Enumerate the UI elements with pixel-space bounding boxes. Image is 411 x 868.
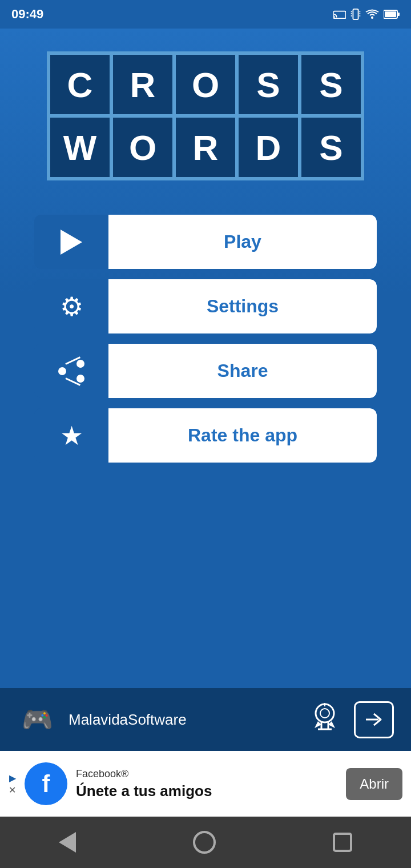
ad-text: Facebook® Únete a tus amigos: [76, 768, 337, 800]
facebook-logo: f: [25, 762, 67, 805]
menu-buttons: Play ⚙ Settings Share ★ R: [34, 215, 377, 463]
title-cell-r: R: [174, 116, 237, 179]
title-cell-r: R: [111, 53, 174, 116]
main-content: C R O S S W O R D S Play ⚙ Settings: [0, 29, 411, 688]
title-cell-s1: S: [237, 53, 300, 116]
bottom-bar-actions: [305, 701, 394, 738]
home-button[interactable]: [193, 831, 216, 854]
back-button[interactable]: [59, 832, 76, 853]
achievement-button[interactable]: [305, 701, 345, 738]
title-cell-c: C: [49, 53, 111, 116]
gear-icon: ⚙: [60, 291, 83, 322]
ad-brand: Facebook®: [76, 768, 337, 780]
wifi-icon: [365, 9, 379, 19]
rate-app-label: Rate the app: [108, 408, 377, 463]
title-cell-o1: O: [174, 53, 237, 116]
share-button[interactable]: Share: [34, 344, 377, 398]
login-icon: [364, 709, 384, 730]
ad-tagline: Únete a tus amigos: [76, 782, 337, 800]
svg-point-14: [320, 709, 329, 718]
star-icon: ★: [60, 420, 83, 451]
title-cell-d: D: [237, 116, 300, 179]
share-label: Share: [108, 344, 377, 398]
nav-bar: [0, 817, 411, 868]
svg-point-9: [371, 17, 373, 19]
settings-label: Settings: [108, 279, 377, 333]
status-icons: [333, 8, 400, 21]
facebook-letter: f: [42, 770, 50, 798]
ad-close-icon[interactable]: ✕: [9, 785, 16, 795]
ad-play-icon: ▶: [9, 773, 16, 783]
svg-point-13: [316, 704, 334, 722]
ad-banner: ▶ ✕ f Facebook® Únete a tus amigos Abrir: [0, 751, 411, 817]
cast-icon: [333, 9, 346, 19]
share-icon-bg: [34, 344, 108, 398]
title-cell-o2: O: [111, 116, 174, 179]
title-cell-s3: S: [300, 116, 362, 179]
status-time: 09:49: [11, 7, 43, 22]
settings-button[interactable]: ⚙ Settings: [34, 279, 377, 333]
status-bar: 09:49: [0, 0, 411, 29]
play-button[interactable]: Play: [34, 215, 377, 269]
rate-icon-bg: ★: [34, 408, 108, 463]
login-button[interactable]: [354, 701, 394, 738]
ad-open-button[interactable]: Abrir: [346, 768, 402, 800]
bottom-bar: 🎮 MalavidaSoftware: [0, 688, 411, 751]
svg-rect-11: [385, 11, 396, 17]
play-label: Play: [108, 215, 377, 269]
title-grid: C R O S S W O R D S: [47, 51, 364, 180]
title-cell-s2: S: [300, 53, 362, 116]
back-icon: [59, 832, 76, 853]
play-icon: [61, 230, 82, 255]
rate-app-button[interactable]: ★ Rate the app: [34, 408, 377, 463]
battery-icon: [384, 10, 400, 19]
gamepad-icon: 🎮: [17, 700, 57, 740]
share-icon: [58, 360, 84, 383]
vibrate-icon: [350, 8, 361, 21]
title-cell-w: W: [49, 116, 111, 179]
home-icon: [193, 831, 216, 854]
ad-arrow: ▶ ✕: [9, 773, 16, 795]
settings-icon-bg: ⚙: [34, 279, 108, 333]
svg-rect-2: [353, 9, 358, 19]
recents-button[interactable]: [333, 833, 352, 852]
svg-rect-12: [397, 13, 400, 16]
trophy-icon: [311, 703, 339, 736]
recents-icon: [333, 833, 352, 852]
play-icon-bg: [34, 215, 108, 269]
company-name: MalavidaSoftware: [68, 711, 293, 729]
